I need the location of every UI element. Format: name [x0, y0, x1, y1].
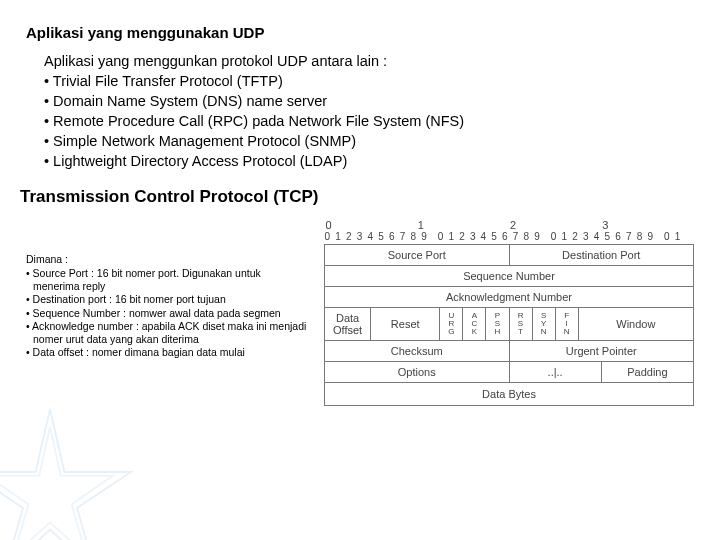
list-item: Trivial File Transfer Protocol (TFTP) — [44, 71, 694, 91]
flag-fin: FIN — [555, 308, 578, 341]
field-ack-number: Acknowledgment Number — [325, 287, 694, 308]
field-options-cont: ..|.. — [509, 362, 601, 383]
section2-title: Transmission Control Protocol (TCP) — [20, 187, 694, 207]
bit-minors: 0 1 2 3 4 5 6 7 8 9 0 1 2 3 4 5 6 7 8 9 … — [325, 231, 694, 242]
dimana-block: Dimana : Source Port : 16 bit nomer port… — [26, 253, 310, 359]
bit-scale-row: 0 1 2 3 0 1 2 3 4 5 6 7 8 9 0 1 2 3 4 5 … — [325, 219, 694, 245]
list-item: Simple Network Management Protocol (SNMP… — [44, 131, 694, 151]
field-source-port: Source Port — [325, 245, 510, 266]
field-reset: Reset — [371, 308, 440, 341]
field-padding: Padding — [601, 362, 693, 383]
list-item: Data offset : nomer dimana bagian data m… — [26, 346, 310, 359]
udp-intro-text: Aplikasi yang menggunkan protokol UDP an… — [44, 51, 694, 71]
list-item: Remote Procedure Call (RPC) pada Network… — [44, 111, 694, 131]
list-item: Domain Name System (DNS) name server — [44, 91, 694, 111]
dimana-list: Source Port : 16 bit nomer port. Digunak… — [26, 267, 310, 359]
background-star-art — [0, 400, 140, 540]
list-item: Destination port : 16 bit nomer port tuj… — [26, 293, 310, 306]
flag-urg: URG — [440, 308, 463, 341]
section1-title: Aplikasi yang menggunakan UDP — [26, 24, 694, 41]
field-dest-port: Destination Port — [509, 245, 694, 266]
list-item: Sequence Number : nomwer awal data pada … — [26, 307, 310, 320]
flag-psh: PSH — [486, 308, 509, 341]
flag-rst: RST — [509, 308, 532, 341]
field-data-offset: Data Offset — [325, 308, 371, 341]
udp-app-list: Trivial File Transfer Protocol (TFTP) Do… — [44, 71, 694, 171]
dimana-label: Dimana : — [26, 253, 310, 266]
field-window: Window — [578, 308, 693, 341]
field-options: Options — [325, 362, 510, 383]
list-item: Source Port : 16 bit nomer port. Digunak… — [26, 267, 310, 293]
list-item: Lightweight Directory Access Protocol (L… — [44, 151, 694, 171]
flag-ack: ACK — [463, 308, 486, 341]
bit-majors: 0 1 2 3 — [325, 219, 694, 231]
tcp-header-diagram: 0 1 2 3 0 1 2 3 4 5 6 7 8 9 0 1 2 3 4 5 … — [324, 219, 694, 406]
field-sequence-number: Sequence Number — [325, 266, 694, 287]
field-urgent-pointer: Urgent Pointer — [509, 341, 694, 362]
field-checksum: Checksum — [325, 341, 510, 362]
udp-intro-block: Aplikasi yang menggunkan protokol UDP an… — [44, 51, 694, 171]
list-item: Acknowledge number : apabila ACK diset m… — [26, 320, 310, 346]
flag-syn: SYN — [532, 308, 555, 341]
field-data-bytes: Data Bytes — [325, 383, 694, 406]
